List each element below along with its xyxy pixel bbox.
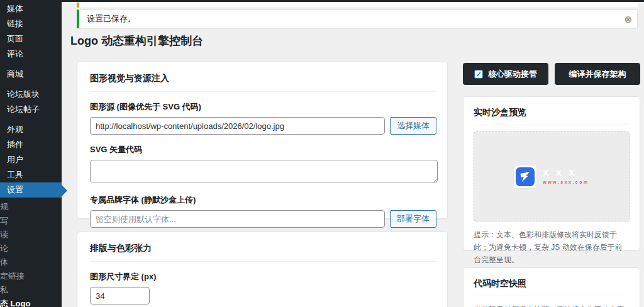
checkbox-checked-icon[interactable]: ✓ [474,70,483,79]
image-source-input[interactable] [90,117,385,135]
dismiss-notice-icon[interactable]: ⊗ [624,14,632,24]
snapshot-empty-text: 当前暂无任何保存快照。系统将在您更改自定义代码并保存时自动 [474,304,630,307]
success-notice: 设置已保存。 ⊗ [77,9,638,28]
sidebar-subitem-privacy[interactable]: 隐私 [0,283,62,297]
sidebar-item-users[interactable]: ◍ 用户 [0,152,62,167]
sidebar-subitem-dynamic-logo[interactable]: 动态 Logo [0,297,62,307]
app-window: ▤ 媒体 ⚯ 链接 ❏ 页面 ◉ 评论 ▦ 商城 ▥ 论坛版块 [0,0,644,307]
compile-save-label: 编译并保存架构 [569,69,626,80]
sidebar-item-label: 插件 [7,139,23,150]
core-takeover-button[interactable]: ✓ 核心驱动接管 [463,63,548,85]
comments-icon: ◉ [0,50,2,59]
logo-url-text: www.sxx.com [543,180,589,184]
logo-title-text: XXX [543,169,589,177]
compile-save-button[interactable]: 编译并保存架构 [555,63,640,85]
snapshot-card-title: 代码时空快照 [474,278,630,296]
admin-topbar [0,0,644,2]
brand-font-label: 专属品牌字体 (静默沙盒上传) [90,194,436,206]
store-icon: ▦ [0,70,2,79]
logo-image [514,165,536,188]
sidebar-item-forum-posts[interactable]: ▣ 论坛帖子 [0,102,62,117]
sidebar-item-label: 链接 [7,18,23,30]
sidebar-item-pages[interactable]: ❏ 页面 [0,31,62,47]
sidebar-item-label: 媒体 [7,3,23,14]
sidebar-subitem-media[interactable]: 媒体 [0,255,62,269]
svg-code-textarea[interactable] [90,160,438,182]
sidebar-item-tools[interactable]: ⚒ 工具 [0,167,62,182]
logo-size-input[interactable] [90,287,150,304]
typography-color-card: 排版与色彩张力 图形尺寸界定 (px) 主标题构建 (内容 / 字号 / 色彩) [77,232,448,307]
visual-resources-card: 图形视觉与资源注入 图形源 (图像优先于 SVG 代码) 选择媒体 SVG 矢量… [77,62,448,219]
sidebar-item-label: 商城 [7,69,23,80]
sidebar-subitem-discussion[interactable]: 讨论 [0,242,62,255]
core-takeover-label: 核心驱动接管 [488,69,537,80]
sidebar-subitem-general[interactable]: 常规 [0,200,62,214]
sidebar-item-plugins[interactable]: ✚ 插件 [0,137,62,152]
sidebar-item-label: 页面 [7,33,23,45]
logo-size-label: 图形尺寸界定 (px) [90,271,436,282]
settings-submenu: 常规 撰写 阅读 讨论 媒体 固定链接 隐私 动态 Logo [0,200,62,307]
select-media-button[interactable]: 选择媒体 [390,117,436,135]
sidebar-item-label: 工具 [7,169,23,181]
tools-icon: ⚒ [0,170,2,180]
users-icon: ◍ [0,155,2,165]
sidebar-item-store[interactable]: ▦ 商城 [0,67,62,82]
live-sandbox-preview-card: 实时沙盒预览 XXX www.sxx.com 提示：文本、色彩和排版修改将实 [463,96,640,250]
sidebar-item-links[interactable]: ⚯ 链接 [0,16,62,31]
success-notice-text: 设置已保存。 [79,13,136,25]
sidebar-item-label: 评论 [7,48,23,60]
svg-code-label: SVG 矢量代码 [90,144,436,155]
visual-card-title: 图形视觉与资源注入 [90,73,436,92]
preview-hint-text: 提示：文本、色彩和排版修改将实时反馈于此；为避免卡顿，复杂 JS 动效在保存后于… [474,229,630,266]
sidebar-subitem-permalinks[interactable]: 固定链接 [0,269,62,283]
sidebar-item-label: 论坛版块 [7,89,40,100]
sidebar-item-media[interactable]: ▤ 媒体 [0,1,62,16]
image-source-label: 图形源 (图像优先于 SVG 代码) [90,101,436,113]
sidebar-item-appearance[interactable]: ◪ 外观 [0,122,62,137]
forum-sections-icon: ▥ [0,90,2,99]
sidebar-item-settings[interactable]: ⚙ 设置 [0,182,62,198]
sidebar-item-label: 外观 [7,124,23,135]
sidebar-item-label: 论坛帖子 [7,104,40,115]
sidebar-subitem-writing[interactable]: 撰写 [0,214,62,228]
logo-text-block: XXX www.sxx.com [543,169,589,184]
page-title: Logo 动态重构引擎控制台 [70,33,203,48]
sidebar-item-forum-sections[interactable]: ▥ 论坛版块 [0,87,62,102]
brand-font-input[interactable] [90,210,385,228]
pages-icon: ❏ [0,35,2,44]
logo-glyph-icon [516,167,535,186]
sidebar-item-label: 用户 [7,154,23,165]
links-icon: ⚯ [0,20,2,29]
typography-card-title: 排版与色彩张力 [90,243,436,262]
current-menu-arrow [62,185,67,196]
plugins-icon: ✚ [0,140,2,150]
action-buttons: ✓ 核心驱动接管 编译并保存架构 [463,63,640,85]
sidebar-item-label: 设置 [7,184,23,196]
warning-notice-partial [77,3,638,8]
sidebar-item-comments[interactable]: ◉ 评论 [0,47,62,62]
preview-card-title: 实时沙盒预览 [474,107,630,125]
admin-sidebar: ▤ 媒体 ⚯ 链接 ❏ 页面 ◉ 评论 ▦ 商城 ▥ 论坛版块 [0,0,62,307]
deploy-font-button[interactable]: 部署字体 [390,210,436,228]
code-snapshot-card: 代码时空快照 当前暂无任何保存快照。系统将在您更改自定义代码并保存时自动 [463,267,640,307]
settings-icon: ⚙ [0,186,2,195]
logo-preview: XXX www.sxx.com [514,165,589,188]
main-content: 设置已保存。 ⊗ Logo 动态重构引擎控制台 图形视觉与资源注入 图形源 (图… [62,2,644,307]
logo-preview-area: XXX www.sxx.com [474,131,630,221]
appearance-icon: ◪ [0,125,2,135]
sidebar-subitem-reading[interactable]: 阅读 [0,228,62,242]
sidebar-menu: ▤ 媒体 ⚯ 链接 ❏ 页面 ◉ 评论 ▦ 商城 ▥ 论坛版块 [0,0,62,307]
media-icon: ▤ [0,4,2,14]
forum-posts-icon: ▣ [0,105,2,114]
